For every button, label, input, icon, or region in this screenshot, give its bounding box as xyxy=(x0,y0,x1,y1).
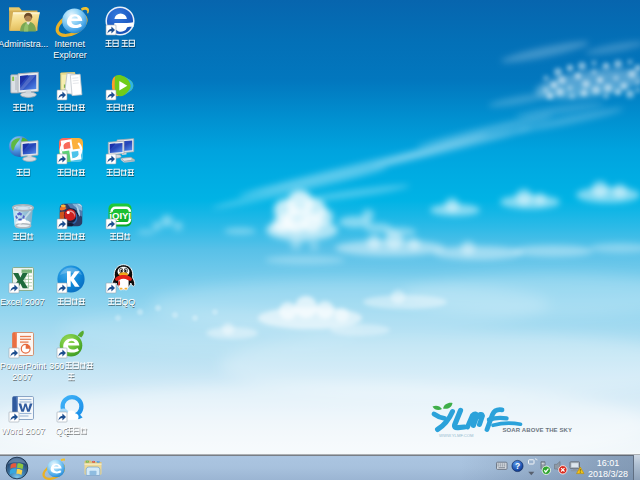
svg-text:WWW.YLMF.COM: WWW.YLMF.COM xyxy=(439,433,474,438)
svg-text:2018/3/28: 2018/3/28 xyxy=(588,469,628,479)
svg-text:SOAR ABOVE THE SKY: SOAR ABOVE THE SKY xyxy=(503,427,573,433)
svg-text:QQ: QQ xyxy=(121,296,135,306)
svg-text:!: ! xyxy=(579,468,581,474)
svg-text:16:01: 16:01 xyxy=(597,458,620,468)
svg-text:360: 360 xyxy=(49,361,64,371)
svg-text:?: ? xyxy=(515,461,520,471)
